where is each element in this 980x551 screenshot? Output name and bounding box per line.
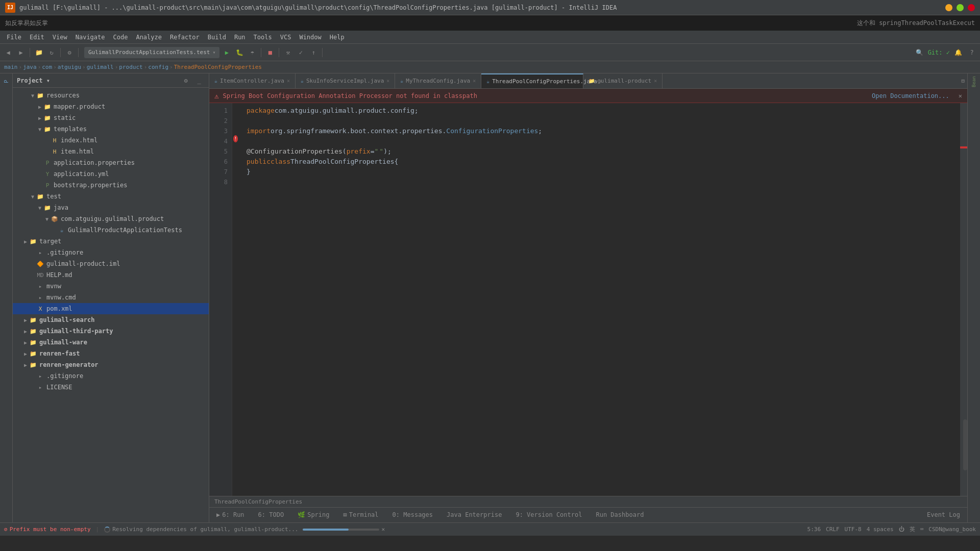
menu-vcs[interactable]: VCS bbox=[276, 32, 296, 42]
minimize-button[interactable] bbox=[945, 4, 952, 11]
bottom-tab-version-control[interactable]: 9: Version Control bbox=[512, 508, 585, 522]
tree-item-static[interactable]: ▶ 📁 static bbox=[13, 112, 209, 123]
menu-code[interactable]: Code bbox=[109, 32, 132, 42]
toolbar-back-button[interactable]: ◀ bbox=[3, 47, 14, 58]
tree-item-appprops[interactable]: P application.properties bbox=[13, 157, 209, 168]
tree-item-bootstrap[interactable]: P bootstrap.properties bbox=[13, 180, 209, 191]
tree-item-gulimall-ware[interactable]: ▶ 📁 gulimall-ware bbox=[13, 337, 209, 348]
bottom-tab-event-log[interactable]: Event Log bbox=[924, 508, 963, 522]
warning-close-button[interactable]: ✕ bbox=[959, 92, 962, 99]
menu-analyze[interactable]: Analyze bbox=[132, 32, 166, 42]
tab-threadpoolconfig[interactable]: ☕ ThreadPoolConfigProperties.java × bbox=[481, 73, 583, 88]
stop-button[interactable]: ■ bbox=[264, 47, 276, 58]
menu-refactor[interactable]: Refactor bbox=[166, 32, 204, 42]
toolbar-search-button[interactable]: 🔍 bbox=[914, 47, 925, 58]
tree-item-apptests[interactable]: ☕ GulimallProductApplicationTests bbox=[13, 224, 209, 236]
tree-item-appyml[interactable]: Y application.yml bbox=[13, 168, 209, 180]
tab-mythreadconfig[interactable]: ☕ MyThreadConfig.java × bbox=[395, 73, 481, 88]
tree-item-pomxml[interactable]: X pom.xml bbox=[13, 303, 209, 314]
tab-itemcontroller[interactable]: ☕ ItemController.java × bbox=[209, 73, 296, 88]
toolbar-commit-button[interactable]: ✓ bbox=[295, 47, 306, 58]
code-editor[interactable]: 1 2 3 4 5 6 7 8 ! package bbox=[209, 103, 967, 496]
tree-item-mvnw[interactable]: ▸ mvnw bbox=[13, 281, 209, 292]
breadcrumb-java[interactable]: java bbox=[23, 64, 37, 70]
tab-split-button[interactable]: ⊟ bbox=[961, 78, 965, 84]
bottom-tab-terminal[interactable]: ⊞ Terminal bbox=[340, 508, 382, 522]
code-content[interactable]: package com.atguigu.gulimall.product.con… bbox=[241, 103, 960, 496]
tree-item-mvnwcmd[interactable]: ▸ mvnw.cmd bbox=[13, 292, 209, 303]
status-indent[interactable]: 4 spaces bbox=[867, 526, 894, 533]
breadcrumb-main[interactable]: main bbox=[4, 64, 18, 70]
maximize-button[interactable] bbox=[957, 4, 964, 11]
toolbar-push-button[interactable]: ↑ bbox=[308, 47, 319, 58]
toolbar-sync-button[interactable]: ↻ bbox=[46, 47, 57, 58]
tree-item-renren-generator[interactable]: ▶ 📁 renren-generator bbox=[13, 359, 209, 370]
menu-file[interactable]: File bbox=[3, 32, 26, 42]
tree-item-target[interactable]: ▶ 📁 target bbox=[13, 236, 209, 247]
left-icon-structure[interactable]: P bbox=[1, 76, 12, 87]
tree-item-itemhtml[interactable]: H item.html bbox=[13, 146, 209, 157]
run-config-selector[interactable]: GulimallProductApplicationTests.test ▾ bbox=[84, 47, 219, 58]
tree-item-resources[interactable]: ▼ 📁 resources bbox=[13, 90, 209, 101]
close-button[interactable] bbox=[968, 4, 975, 11]
vertical-scrollbar[interactable] bbox=[963, 419, 967, 470]
tree-item-helpmd[interactable]: MD HELP.md bbox=[13, 269, 209, 281]
progress-cancel[interactable]: ✕ bbox=[381, 526, 385, 533]
menu-tools[interactable]: Tools bbox=[250, 32, 276, 42]
tree-item-iml[interactable]: 🔶 gulimall-product.iml bbox=[13, 258, 209, 269]
tab-close-skuinfo[interactable]: × bbox=[386, 78, 389, 84]
breadcrumb-product[interactable]: product bbox=[119, 64, 142, 70]
breadcrumb-atguigu[interactable]: atguigu bbox=[58, 64, 81, 70]
menu-build[interactable]: Build bbox=[204, 32, 230, 42]
tree-item-test[interactable]: ▼ 📁 test bbox=[13, 191, 209, 202]
tree-item-templates[interactable]: ▼ 📁 templates bbox=[13, 123, 209, 135]
bottom-tab-run-dashboard[interactable]: Run Dashboard bbox=[593, 508, 647, 522]
tab-close-mythreadconfig[interactable]: × bbox=[473, 78, 476, 84]
tree-item-gulimall-third-party[interactable]: ▶ 📁 gulimall-third-party bbox=[13, 325, 209, 337]
tree-item-com-pkg[interactable]: ▼ 📦 com.atguigu.gulimall.product bbox=[13, 213, 209, 224]
status-crlf[interactable]: CRLF bbox=[826, 526, 840, 533]
breadcrumb-com[interactable]: com bbox=[42, 64, 52, 70]
tab-skuinfo[interactable]: ☕ SkuInfoServiceImpl.java × bbox=[296, 73, 395, 88]
status-encoding[interactable]: UTF-8 bbox=[845, 526, 862, 533]
debug-button[interactable]: 🐛 bbox=[234, 47, 245, 58]
toolbar-settings-button[interactable]: ⚙ bbox=[64, 47, 75, 58]
tree-item-license[interactable]: ▸ LICENSE bbox=[13, 382, 209, 393]
menu-navigate[interactable]: Navigate bbox=[71, 32, 109, 42]
toolbar-project-button[interactable]: 📁 bbox=[33, 47, 44, 58]
tree-item-renren-fast[interactable]: ▶ 📁 renren-fast bbox=[13, 348, 209, 359]
menu-help[interactable]: Help bbox=[326, 32, 349, 42]
toolbar-notifications-button[interactable]: 🔔 bbox=[952, 47, 964, 58]
toolbar-build-button[interactable]: ⚒ bbox=[282, 47, 293, 58]
tree-item-indexhtml[interactable]: H index.html bbox=[13, 135, 209, 146]
bottom-tab-todo[interactable]: 6: TODO bbox=[255, 508, 287, 522]
project-panel-gear[interactable]: ⚙ bbox=[180, 75, 191, 86]
tree-item-gitignore2[interactable]: ▸ .gitignore bbox=[13, 370, 209, 382]
toolbar-forward-button[interactable]: ▶ bbox=[15, 47, 27, 58]
open-documentation-link[interactable]: Open Documentation... bbox=[872, 92, 949, 99]
tab-gulimall-product[interactable]: 📁 gulimall-product × bbox=[583, 73, 663, 88]
status-lang[interactable]: 英 bbox=[910, 525, 915, 533]
menu-window[interactable]: Window bbox=[295, 32, 325, 42]
project-panel-minimize[interactable]: _ bbox=[193, 75, 205, 86]
coverage-button[interactable]: ☂ bbox=[247, 47, 258, 58]
breadcrumb-config[interactable]: config bbox=[148, 64, 168, 70]
tree-item-gulimall-search[interactable]: ▶ 📁 gulimall-search bbox=[13, 314, 209, 325]
menu-view[interactable]: View bbox=[48, 32, 71, 42]
bottom-tab-messages[interactable]: 0: Messages bbox=[389, 508, 436, 522]
tab-close-itemcontroller[interactable]: × bbox=[287, 78, 290, 84]
run-button[interactable]: ▶ bbox=[221, 47, 232, 58]
tree-item-gitignore[interactable]: ▸ .gitignore bbox=[13, 247, 209, 258]
menu-run[interactable]: Run bbox=[230, 32, 250, 42]
toolbar-help-button[interactable]: ? bbox=[966, 47, 977, 58]
right-icon-bean[interactable]: Bean bbox=[968, 76, 979, 87]
tree-item-testjava[interactable]: ▼ 📁 java bbox=[13, 202, 209, 213]
breadcrumb-gulimall[interactable]: gulimall bbox=[87, 64, 114, 70]
bottom-tab-run[interactable]: ▶ 6: Run bbox=[213, 508, 248, 522]
menu-edit[interactable]: Edit bbox=[26, 32, 48, 42]
bottom-tab-spring[interactable]: 🌿 Spring bbox=[295, 508, 332, 522]
bottom-tab-java-enterprise[interactable]: Java Enterprise bbox=[444, 508, 505, 522]
tree-item-mapper[interactable]: ▶ 📁 mapper.product bbox=[13, 101, 209, 112]
window-controls[interactable] bbox=[945, 4, 975, 11]
tab-close-gulimall-product[interactable]: × bbox=[654, 78, 657, 84]
